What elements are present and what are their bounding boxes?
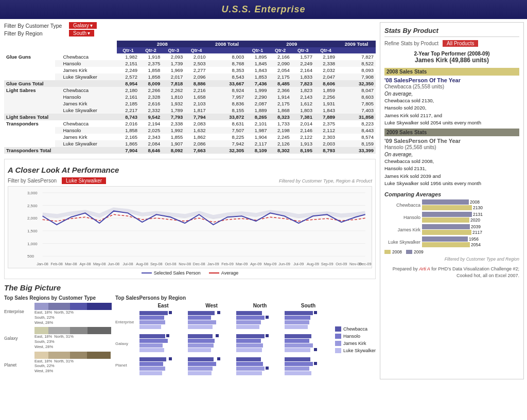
- svg-rect-76: [285, 334, 311, 338]
- donut-area: Enterprise Galaxy Planet: [4, 303, 112, 374]
- table-row: James Kirk 2,185 2,616 1,932 2,103 8,836…: [4, 100, 376, 107]
- comp-person-row: Chewbacca 2008 2130: [384, 199, 519, 210]
- galaxy-east: [34, 327, 48, 334]
- table-sub-header: Qtr-1 Qtr-2 Qtr-3 Qtr-4 Qtr-1 Qtr-2 Qtr-…: [4, 47, 376, 53]
- svg-rect-42: [188, 334, 213, 338]
- galaxy-bar: [34, 327, 112, 334]
- main-layout: Filter By Customer Type Galaxy ▾ Filter …: [0, 19, 527, 382]
- planet-label: Planet: [4, 362, 32, 368]
- svg-rect-73: [285, 316, 310, 320]
- east-gal-chewbacca: [139, 334, 165, 338]
- svg-rect-78: [285, 343, 313, 348]
- galaxy-bar-row: East, 18% North, 31% South, 23% West, 28…: [34, 327, 112, 349]
- svg-rect-60: [236, 339, 261, 343]
- east-ent-chewbacca: [139, 311, 168, 315]
- val-2008: 2054: [471, 242, 481, 247]
- selected-line-icon: [142, 272, 152, 273]
- north-chart: North: [236, 303, 284, 376]
- stats-2009-content: '09 SalesPerson Of The Year Hansolo (25,…: [384, 138, 519, 187]
- salesperson-2009-label: '09 SalesPerson Of The Year: [384, 138, 519, 144]
- south-svg: 20% 30%: [285, 308, 331, 375]
- svg-rect-75: [285, 325, 308, 329]
- svg-text:Aug-09: Aug-09: [307, 262, 319, 266]
- east-marker1: [169, 311, 172, 314]
- hansolo-swatch: [335, 334, 341, 339]
- bp-legend: Chewbacca Hansolo James Kirk: [335, 303, 376, 376]
- east-marker3: [169, 357, 172, 360]
- bp-regions: Top Sales Regions by Customer Type Enter…: [4, 295, 112, 376]
- perf-header: Filter by SalesPerson Luke Skywalker Fil…: [8, 177, 372, 184]
- svg-rect-41: [188, 325, 213, 329]
- all-products-button[interactable]: All Products: [443, 40, 478, 47]
- table-row: Transponders Chewbacca 2,016 2,194 2,338…: [4, 120, 376, 127]
- svg-rect-50: [217, 311, 220, 314]
- east-pla-hansolo: [139, 362, 163, 366]
- legend-selected: Selected Sales Person: [142, 270, 201, 276]
- big-picture-title: The Big Picture: [4, 283, 376, 293]
- svg-rect-51: [216, 334, 219, 337]
- svg-rect-64: [236, 362, 263, 366]
- swatch-2008: [384, 250, 391, 254]
- east-ent-hansolo: [139, 316, 164, 320]
- svg-rect-63: [236, 357, 261, 361]
- region-category-labels: Enterprise Galaxy Planet: [4, 303, 32, 374]
- salesperson-2009-name: Hansolo (25,568 units): [384, 144, 519, 150]
- customer-type-filter: Filter By Customer Type Galaxy ▾: [4, 22, 376, 29]
- top-performer-box: 2-Year Top Performer (2008-09) James Kir…: [384, 51, 519, 64]
- enterprise-label: Enterprise: [4, 309, 32, 314]
- customer-type-value[interactable]: Galaxy ▾: [69, 22, 97, 29]
- enterprise-labels: East, 18% North, 32% South, 22% West, 28…: [34, 310, 112, 325]
- person-name: James Kirk: [55, 100, 117, 107]
- filter-sp-label: Filter by SalesPerson: [8, 178, 57, 184]
- customer-type-axis: Enterprise Galaxy Planet: [115, 303, 138, 376]
- legend-average-label: Average: [221, 270, 238, 276]
- performance-title: A Closer Look At Performance: [8, 166, 372, 175]
- svg-rect-69: [266, 367, 269, 370]
- performance-section: A Closer Look At Performance Filter by S…: [4, 159, 376, 279]
- left-panel: Filter By Customer Type Galaxy ▾ Filter …: [0, 19, 380, 382]
- svg-rect-77: [285, 339, 309, 343]
- dropdown-icon: ▾: [87, 30, 90, 36]
- east-pla-skywalker: [139, 371, 162, 375]
- right-panel: Stats By Product Refine Stats by Product…: [380, 22, 524, 379]
- filtered-note: Filtered by Customer Type, Region & Prod…: [279, 178, 372, 184]
- east-gal-hansolo: [139, 339, 168, 343]
- on-avg-2009: On average,: [384, 152, 519, 157]
- bar-2009: 2039: [422, 224, 482, 229]
- region-value[interactable]: South ▾: [69, 30, 94, 36]
- south-title: South: [285, 303, 332, 308]
- salesperson-filter[interactable]: Luke Skywalker: [62, 177, 106, 184]
- galaxy-labels: East, 18% North, 31% South, 23% West, 28…: [34, 334, 112, 349]
- planet-west: [48, 352, 70, 359]
- val-2008: 2130: [473, 205, 483, 210]
- svg-rect-79: [285, 348, 310, 352]
- galaxy-south: [70, 327, 87, 334]
- comp-bars: 2131 2020: [422, 212, 483, 223]
- svg-rect-56: [236, 316, 265, 320]
- svg-rect-55: [236, 311, 262, 315]
- val-2009: 2131: [473, 212, 483, 217]
- regions-subtitle: Top Sales Regions by Customer Type: [4, 295, 112, 301]
- stats-2008-content: '08 SalesPerson Of The Year Chewbacca (2…: [384, 77, 519, 126]
- east-pla-kirk: [139, 367, 165, 371]
- svg-rect-52: [217, 357, 220, 360]
- filters-section: Filter By Customer Type Galaxy ▾ Filter …: [4, 22, 376, 36]
- table-row: Luke Skywalker 2,217 2,332 1,789 1,817 8…: [4, 107, 376, 114]
- svg-text:Jun-08: Jun-08: [108, 262, 120, 266]
- legend-chewbacca: Chewbacca: [335, 326, 376, 332]
- svg-text:Jul-09: Jul-09: [293, 262, 304, 266]
- svg-text:Jan-09: Jan-09: [207, 262, 219, 266]
- legend-2009: 2009: [406, 249, 424, 254]
- region-label: Filter By Region: [4, 30, 66, 36]
- galaxy-north: [87, 327, 111, 334]
- comp-person-name: Chewbacca: [384, 203, 420, 208]
- svg-rect-57: [236, 320, 261, 324]
- east-chart: East: [139, 303, 187, 376]
- svg-rect-66: [236, 371, 262, 375]
- swatch-2009: [406, 250, 412, 254]
- legend-selected-label: Selected Sales Person: [154, 270, 201, 276]
- planet-axis-label: Planet: [115, 363, 138, 368]
- category-name: Light Sabres: [4, 87, 55, 114]
- page-header: U.S.S. Enterprise: [0, 0, 527, 19]
- table-row: Light Sabres Chewbacca 2,180 2,266 2,262…: [4, 87, 376, 94]
